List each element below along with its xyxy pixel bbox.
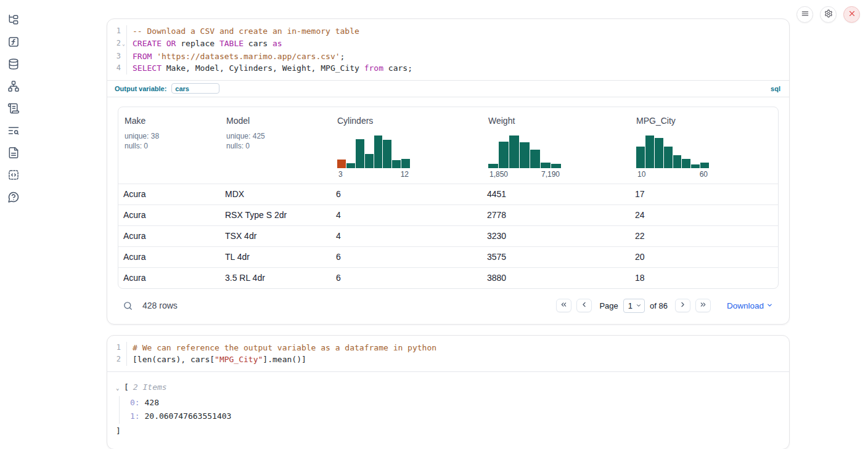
chevron-down-icon	[766, 301, 773, 310]
output-variable-input[interactable]	[171, 83, 219, 94]
table-header: Make unique: 38 nulls: 0 Model unique: 4…	[118, 107, 778, 184]
tree-index: 0:	[130, 398, 140, 407]
column-stat: unique: 38	[125, 131, 214, 142]
histogram-bar	[365, 154, 374, 168]
table-cell: Acura	[118, 273, 220, 283]
python-code-editor[interactable]: 1# We can reference the output variable …	[107, 336, 789, 371]
code-line[interactable]: 1# We can reference the output variable …	[107, 342, 789, 354]
open-bracket: [	[124, 381, 129, 393]
histogram-bar	[499, 142, 509, 168]
shutdown-icon	[848, 9, 856, 20]
fold-gutter	[121, 342, 126, 354]
table-row[interactable]: Acura3.5 RL 4dr6388018	[118, 267, 778, 288]
chevrons-left-icon	[560, 301, 568, 310]
table-cell: 3230	[482, 231, 630, 241]
column-header-weight[interactable]: Weight 1,850 7,190	[482, 107, 630, 184]
table-cell: 6	[331, 252, 482, 262]
fold-gutter	[121, 62, 126, 75]
database-icon[interactable]	[7, 58, 20, 70]
snippets-code-icon[interactable]	[7, 169, 20, 181]
help-icon[interactable]	[7, 191, 20, 203]
table-cell: 24	[630, 210, 778, 220]
scratchpad-scroll-icon[interactable]	[7, 102, 20, 115]
page-label: Page	[599, 301, 618, 310]
line-number: 1	[107, 342, 121, 354]
table-cell: 3880	[482, 273, 630, 283]
hist-min-label: 10	[637, 170, 645, 179]
data-table: Make unique: 38 nulls: 0 Model unique: 4…	[118, 107, 779, 289]
histogram-bar	[673, 155, 682, 168]
histogram-bar	[488, 164, 498, 168]
items-count-label: 2 Items	[129, 381, 167, 393]
last-page-button[interactable]	[695, 299, 711, 312]
line-number: 2	[107, 354, 121, 366]
table-cell: TL 4dr	[220, 252, 331, 262]
table-cell: 20	[630, 252, 778, 262]
notebook: 1-- Download a CSV and create an in-memo…	[107, 18, 790, 449]
fold-chevron-icon[interactable]: ⌄	[121, 38, 126, 51]
column-header-cylinders[interactable]: Cylinders 3 12	[331, 107, 482, 184]
histogram-bar	[645, 136, 654, 168]
code-line[interactable]: 2⌄CREATE OR replace TABLE cars as	[107, 38, 789, 51]
column-header-make[interactable]: Make unique: 38 nulls: 0	[118, 107, 220, 184]
table-body: AcuraMDX6445117AcuraRSX Type S 2dr427782…	[118, 184, 778, 288]
first-page-button[interactable]	[556, 299, 571, 312]
rows-count: 428 rows	[142, 301, 178, 310]
function-icon[interactable]	[7, 36, 20, 48]
download-button[interactable]: Download	[727, 301, 773, 310]
dependency-graph-icon[interactable]	[7, 80, 20, 92]
language-badge: sql	[771, 85, 780, 92]
next-page-button[interactable]	[675, 299, 690, 312]
hist-max-label: 60	[700, 170, 708, 179]
table-row[interactable]: AcuraRSX Type S 2dr4277824	[118, 204, 778, 225]
file-tree-icon[interactable]	[7, 14, 20, 26]
table-cell: 2778	[482, 210, 630, 220]
hist-min-label: 3	[338, 170, 343, 179]
chevron-down-icon	[636, 301, 642, 310]
menu-button[interactable]	[796, 6, 813, 23]
table-row[interactable]: AcuraTL 4dr6357520	[118, 246, 778, 267]
table-row[interactable]: AcuraMDX6445117	[118, 184, 778, 204]
histogram-bar	[700, 163, 709, 168]
code-line[interactable]: 3FROM 'https://datasets.marimo.app/cars.…	[107, 51, 789, 63]
fold-gutter	[121, 354, 126, 366]
mpg-city-histogram: 10 60	[636, 136, 709, 179]
page-select[interactable]: 1	[623, 299, 645, 313]
hist-max-label: 7,190	[541, 170, 560, 179]
table-cell: 3575	[482, 252, 630, 262]
settings-button[interactable]	[820, 6, 837, 23]
histogram-bar	[346, 163, 355, 168]
histogram-bar	[337, 160, 346, 168]
collapse-chevron-icon[interactable]: ⌄	[116, 382, 124, 394]
weight-histogram: 1,850 7,190	[488, 136, 561, 179]
column-stat: nulls: 0	[226, 141, 325, 152]
column-header-model[interactable]: Model unique: 425 nulls: 0	[220, 107, 331, 184]
prev-page-button[interactable]	[576, 299, 592, 312]
page-select-value: 1	[628, 301, 633, 310]
histogram-bar	[530, 150, 540, 168]
code-line[interactable]: 4SELECT Make, Model, Cylinders, Weight, …	[107, 62, 789, 75]
code-text: # We can reference the output variable a…	[126, 342, 789, 354]
line-number: 4	[107, 62, 121, 75]
fold-gutter	[121, 25, 126, 38]
search-icon[interactable]	[123, 301, 133, 311]
sql-code-editor[interactable]: 1-- Download a CSV and create an in-memo…	[107, 19, 789, 80]
chevron-right-icon	[679, 301, 687, 310]
table-row[interactable]: AcuraTSX 4dr4323022	[118, 225, 778, 246]
column-header-mpg-city[interactable]: MPG_City 10 60	[630, 107, 778, 184]
table-cell: 4	[331, 210, 482, 220]
chevron-left-icon	[580, 301, 588, 310]
table-cell: 3.5 RL 4dr	[220, 273, 331, 283]
python-cell-output: ⌄ [ 2 Items 0: 4281: 20.060747663551403 …	[107, 371, 789, 449]
sql-cell: 1-- Download a CSV and create an in-memo…	[107, 18, 790, 325]
documentation-icon[interactable]	[7, 147, 20, 159]
histogram-bar	[374, 136, 383, 168]
logs-search-icon[interactable]	[7, 124, 20, 137]
code-line[interactable]: 1-- Download a CSV and create an in-memo…	[107, 25, 789, 38]
histogram-bar	[682, 159, 690, 168]
shutdown-button[interactable]	[843, 6, 860, 23]
code-line[interactable]: 2[len(cars), cars["MPG_City"].mean()]	[107, 354, 789, 366]
table-cell: 4451	[482, 189, 630, 199]
settings-gear-icon	[824, 9, 833, 20]
table-cell: Acura	[118, 231, 220, 241]
